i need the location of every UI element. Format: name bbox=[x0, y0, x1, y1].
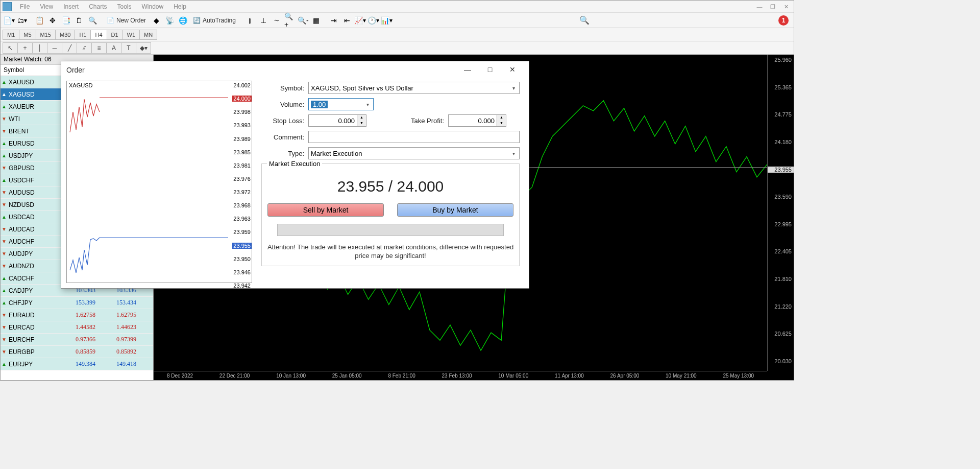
search-icon[interactable]: 🔍 bbox=[579, 15, 590, 25]
ask-cell: 0.97399 bbox=[100, 336, 140, 343]
signals-icon[interactable]: 📡 bbox=[163, 14, 176, 27]
x-tick: 8 Dec 2022 bbox=[167, 373, 193, 379]
volume-input[interactable]: 1.00▾ bbox=[308, 98, 374, 110]
stepper-down-icon[interactable]: ▼ bbox=[357, 121, 366, 126]
profiles-icon[interactable]: 🗂▾ bbox=[16, 14, 28, 27]
ask-cell: 1.44623 bbox=[100, 323, 140, 331]
market-watch-row[interactable]: ▼EURCHF0.973660.97399 bbox=[1, 334, 153, 346]
chart-shift-icon[interactable]: ⇤ bbox=[341, 14, 353, 27]
notification-badge[interactable]: 1 bbox=[778, 15, 789, 26]
market-watch-row[interactable]: ▼EURCAD1.445821.44623 bbox=[1, 321, 153, 334]
bar-chart-icon[interactable]: ⫿ bbox=[244, 14, 256, 27]
trendline-icon[interactable]: ╱ bbox=[62, 42, 77, 54]
market-watch-row[interactable]: ▲EURJPY149.384149.418 bbox=[1, 358, 153, 370]
dialog-close-icon[interactable]: ✕ bbox=[501, 62, 524, 78]
zoom-out-icon[interactable]: 🔍- bbox=[297, 14, 309, 27]
menu-file[interactable]: File bbox=[15, 3, 35, 10]
order-dialog: Order — □ ✕ XAGUSD 24.00224.00023.99823.… bbox=[61, 61, 529, 289]
type-select[interactable]: Market Execution▾ bbox=[308, 147, 520, 159]
hline-icon[interactable]: ─ bbox=[47, 42, 62, 54]
strategy-tester-icon[interactable]: 🔍 bbox=[86, 14, 99, 27]
line-chart-icon[interactable]: ～ bbox=[271, 14, 283, 27]
timeframe-M15[interactable]: M15 bbox=[36, 30, 56, 40]
autotrading-button[interactable]: 🔄AutoTrading bbox=[190, 17, 239, 24]
menu-help[interactable]: Help bbox=[168, 3, 191, 10]
symbol-cell: EURCAD bbox=[8, 324, 59, 331]
zoom-in-icon[interactable]: 🔍+ bbox=[284, 14, 296, 27]
menu-insert[interactable]: Insert bbox=[58, 3, 84, 10]
tile-windows-icon[interactable]: ▦ bbox=[310, 14, 323, 27]
symbol-cell: EURCHF bbox=[8, 336, 59, 343]
menu-charts[interactable]: Charts bbox=[84, 3, 112, 10]
vline-icon[interactable]: │ bbox=[32, 42, 47, 54]
timeframe-MN[interactable]: MN bbox=[139, 30, 157, 40]
candle-chart-icon[interactable]: ⊥ bbox=[257, 14, 270, 27]
sell-by-market-button[interactable]: Sell by Market bbox=[267, 203, 384, 217]
dialog-min-icon[interactable]: — bbox=[456, 62, 479, 78]
menubar: FileViewInsertChartsToolsWindowHelp — ❐ … bbox=[1, 1, 794, 13]
arrow-down-icon: ▼ bbox=[1, 251, 8, 256]
market-execution-legend: Market Execution bbox=[267, 160, 322, 168]
timeframe-H4[interactable]: H4 bbox=[90, 30, 107, 40]
timeframe-M1[interactable]: M1 bbox=[3, 30, 19, 40]
stepper-up-icon[interactable]: ▲ bbox=[497, 115, 506, 121]
ask-cell: 0.85892 bbox=[100, 348, 140, 356]
metaquotes-icon[interactable]: ◆ bbox=[150, 14, 162, 27]
arrow-down-icon: ▼ bbox=[1, 116, 8, 122]
symbol-select[interactable]: XAGUSD, Spot Silver vs US Dollar▾ bbox=[308, 82, 520, 94]
menu-view[interactable]: View bbox=[35, 3, 58, 10]
stoploss-input[interactable]: ▲▼ bbox=[308, 114, 366, 127]
y-tick: 24.180 bbox=[774, 139, 792, 145]
symbol-cell: XAUEUR bbox=[8, 103, 59, 110]
market-watch-row[interactable]: ▼EURGBP0.858590.85892 bbox=[1, 346, 153, 358]
new-chart-icon[interactable]: 📄▾ bbox=[3, 14, 15, 27]
menu-window[interactable]: Window bbox=[137, 3, 169, 10]
price-quote: 23.955 / 24.000 bbox=[267, 178, 514, 195]
timeframe-W1[interactable]: W1 bbox=[122, 30, 140, 40]
x-tick: 25 Jan 05:00 bbox=[332, 373, 362, 379]
market-watch-toggle-icon[interactable]: 📋 bbox=[33, 14, 45, 27]
window-min-icon[interactable]: — bbox=[754, 2, 765, 11]
navigator-toggle-icon[interactable]: ✥ bbox=[46, 14, 59, 27]
timeframe-M5[interactable]: M5 bbox=[19, 30, 36, 40]
timeframe-H1[interactable]: H1 bbox=[75, 30, 91, 40]
text-label-icon[interactable]: T bbox=[121, 42, 136, 54]
market-watch-row[interactable]: ▲CHFJPY153.399153.434 bbox=[1, 297, 153, 309]
menu-tools[interactable]: Tools bbox=[112, 3, 137, 10]
crosshair-icon[interactable]: + bbox=[17, 42, 33, 54]
arrow-down-icon: ▼ bbox=[1, 226, 8, 232]
fibo-icon[interactable]: ≡ bbox=[91, 42, 107, 54]
timeframe-M30[interactable]: M30 bbox=[55, 30, 75, 40]
takeprofit-label: Take Profit: bbox=[366, 117, 448, 125]
stepper-down-icon[interactable]: ▼ bbox=[497, 121, 506, 126]
comment-input[interactable] bbox=[308, 131, 520, 143]
autoscroll-icon[interactable]: ⇥ bbox=[328, 14, 340, 27]
new-order-button[interactable]: 📄New Order bbox=[104, 17, 149, 24]
cursor-icon[interactable]: ↖ bbox=[3, 42, 18, 54]
takeprofit-input[interactable]: ▲▼ bbox=[448, 114, 506, 127]
arrow-up-icon: ▲ bbox=[1, 177, 8, 183]
window-close-icon[interactable]: ✕ bbox=[780, 2, 792, 11]
text-icon[interactable]: A bbox=[106, 42, 121, 54]
bid-cell: 149.384 bbox=[59, 360, 100, 368]
symbol-cell: AUDUSD bbox=[8, 189, 59, 196]
new-order-icon: 📄 bbox=[107, 17, 114, 24]
market-watch-row[interactable]: ▼EURAUD1.627581.62795 bbox=[1, 309, 153, 321]
dialog-max-icon[interactable]: □ bbox=[479, 62, 501, 78]
buy-by-market-button[interactable]: Buy by Market bbox=[397, 203, 513, 217]
indicators-icon[interactable]: 📈▾ bbox=[354, 14, 366, 27]
terminal-toggle-icon[interactable]: 🗒 bbox=[73, 14, 85, 27]
channel-icon[interactable]: ⫽ bbox=[77, 42, 92, 54]
x-tick: 25 May 13:00 bbox=[723, 373, 754, 379]
main-toolbar: 📄▾ 🗂▾ 📋 ✥ 📑 🗒 🔍 📄New Order ◆ 📡 🌐 🔄AutoTr… bbox=[1, 13, 794, 28]
objects-icon[interactable]: ◆▾ bbox=[136, 42, 151, 54]
templates-icon[interactable]: 📊▾ bbox=[381, 14, 393, 27]
window-restore-icon[interactable]: ❐ bbox=[767, 2, 778, 11]
periodicity-icon[interactable]: 🕐▾ bbox=[368, 14, 380, 27]
y-tick: 21.810 bbox=[774, 276, 792, 282]
timeframe-D1[interactable]: D1 bbox=[107, 30, 123, 40]
bid-cell: 0.85859 bbox=[59, 348, 100, 356]
data-window-icon[interactable]: 📑 bbox=[60, 14, 72, 27]
stepper-up-icon[interactable]: ▲ bbox=[357, 115, 366, 121]
globe-icon[interactable]: 🌐 bbox=[177, 14, 189, 27]
